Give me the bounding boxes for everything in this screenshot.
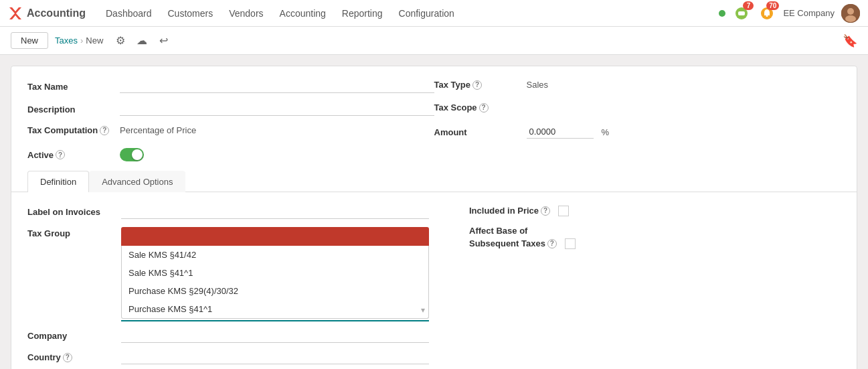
cloud-icon[interactable]: ☁ bbox=[134, 33, 150, 49]
brand-label: Accounting bbox=[27, 7, 86, 19]
amount-label: Amount bbox=[434, 127, 521, 137]
user-avatar[interactable] bbox=[841, 4, 860, 23]
country-field: Country ? bbox=[27, 351, 429, 364]
nav-reporting[interactable]: Reporting bbox=[335, 5, 389, 21]
tab-content-definition: Label on Invoices Tax Group Sale bbox=[27, 192, 841, 369]
breadcrumb-current: New bbox=[86, 35, 103, 46]
description-field: Description bbox=[27, 102, 434, 116]
top-nav: Accounting Dashboard Customers Vendors A… bbox=[0, 0, 868, 27]
breadcrumb-taxes[interactable]: Taxes bbox=[55, 35, 78, 46]
discard-icon[interactable]: ↩ bbox=[155, 33, 171, 49]
tax-type-help-icon[interactable]: ? bbox=[472, 80, 482, 90]
breadcrumb-separator: › bbox=[80, 35, 83, 46]
tax-computation-help-icon[interactable]: ? bbox=[100, 126, 109, 135]
tax-name-input[interactable] bbox=[120, 80, 434, 93]
dropdown-option-3[interactable]: Purchase KMS §41^1 bbox=[122, 300, 428, 318]
label-on-invoices-label: Label on Invoices bbox=[27, 206, 121, 217]
nav-links: Dashboard Customers Vendors Accounting R… bbox=[99, 5, 719, 21]
active-toggle[interactable] bbox=[120, 148, 144, 161]
tax-name-row: Tax Name Tax Type ? Sales bbox=[27, 80, 841, 93]
country-label: Country ? bbox=[27, 351, 121, 362]
alerts-button[interactable]: 70 bbox=[758, 4, 776, 23]
included-in-price-help-icon[interactable]: ? bbox=[541, 206, 550, 216]
amount-field: Amount % bbox=[434, 125, 841, 139]
company-name: EE Company bbox=[783, 8, 835, 18]
subsequent-taxes-help-icon[interactable]: ? bbox=[547, 239, 557, 248]
nav-right: 7 70 EE Company bbox=[719, 4, 860, 23]
tab-bar: Definition Advanced Options bbox=[11, 171, 857, 192]
subsequent-taxes-field: Subsequent Taxes ? bbox=[469, 238, 841, 249]
form-left-name: Tax Name bbox=[27, 80, 434, 93]
tax-group-field: Tax Group Sale KMS §41/42 Sale KMS §41^1… bbox=[27, 227, 429, 321]
tax-type-label: Tax Type ? bbox=[434, 80, 521, 90]
svg-marker-0 bbox=[9, 7, 21, 19]
tax-computation-row: Tax Computation ? Percentage of Price Am… bbox=[27, 125, 841, 139]
toggle-knob bbox=[132, 149, 143, 160]
form-right-scope: Tax Scope ? bbox=[434, 102, 841, 113]
description-label: Description bbox=[27, 104, 114, 115]
dropdown-option-0[interactable]: Sale KMS §41/42 bbox=[122, 246, 428, 264]
dropdown-option-2[interactable]: Purchase KMS §29(4)/30/32 bbox=[122, 282, 428, 300]
action-bar: New Taxes › New ⚙ ☁ ↩ 🔖 bbox=[0, 27, 868, 55]
tab-definition[interactable]: Definition bbox=[27, 171, 89, 192]
dropdown-options: Sale KMS §41/42 Sale KMS §41^1 Purchase … bbox=[121, 246, 429, 319]
active-help-icon[interactable]: ? bbox=[56, 150, 65, 159]
nav-configuration[interactable]: Configuration bbox=[392, 5, 461, 21]
nav-dashboard[interactable]: Dashboard bbox=[99, 5, 159, 21]
tax-group-dropdown[interactable]: Sale KMS §41/42 Sale KMS §41^1 Purchase … bbox=[121, 227, 429, 319]
definition-left: Label on Invoices Tax Group Sale bbox=[27, 206, 429, 369]
tab-content-row: Label on Invoices Tax Group Sale bbox=[27, 206, 841, 369]
new-button[interactable]: New bbox=[11, 32, 48, 49]
description-input[interactable] bbox=[120, 102, 434, 116]
alerts-badge: 70 bbox=[766, 1, 779, 10]
tax-computation-value[interactable]: Percentage of Price bbox=[120, 125, 196, 135]
affect-base-field: Affect Base of bbox=[469, 226, 841, 236]
nav-vendors[interactable]: Vendors bbox=[222, 5, 270, 21]
tab-advanced-options[interactable]: Advanced Options bbox=[89, 171, 185, 192]
affect-base-label: Affect Base of bbox=[469, 226, 527, 236]
svg-rect-4 bbox=[766, 15, 768, 17]
included-in-price-label: Included in Price ? bbox=[469, 206, 550, 216]
included-in-price-checkbox[interactable] bbox=[558, 206, 569, 216]
tax-type-field: Tax Type ? Sales bbox=[434, 80, 841, 90]
country-input[interactable] bbox=[121, 351, 429, 364]
definition-right: Included in Price ? Affect Base of Su bbox=[429, 206, 841, 369]
settings-icon[interactable]: ⚙ bbox=[112, 33, 128, 49]
brand: Accounting bbox=[8, 6, 86, 21]
main-content: Tax Name Tax Type ? Sales Description bbox=[0, 55, 868, 369]
subsequent-taxes-label: Subsequent Taxes ? bbox=[469, 238, 557, 248]
tax-scope-label: Tax Scope ? bbox=[434, 102, 521, 113]
company-input[interactable] bbox=[121, 329, 429, 343]
country-help-icon[interactable]: ? bbox=[63, 353, 72, 362]
label-on-invoices-input[interactable] bbox=[121, 206, 429, 219]
messages-badge: 7 bbox=[743, 1, 754, 10]
nav-customers[interactable]: Customers bbox=[161, 5, 220, 21]
form-right-type: Tax Type ? Sales bbox=[434, 80, 841, 90]
nav-accounting[interactable]: Accounting bbox=[273, 5, 333, 21]
action-icons: ⚙ ☁ ↩ bbox=[112, 33, 171, 49]
tax-group-value: Sale KMS §41/42 Sale KMS §41^1 Purchase … bbox=[121, 227, 429, 321]
amount-input[interactable] bbox=[527, 125, 594, 139]
bookmark-icon[interactable]: 🔖 bbox=[843, 33, 857, 48]
tax-name-field: Tax Name bbox=[27, 80, 434, 93]
company-label: Company bbox=[27, 329, 121, 341]
tax-scope-help-icon[interactable]: ? bbox=[479, 103, 489, 113]
tax-type-value[interactable]: Sales bbox=[527, 80, 549, 90]
status-indicator bbox=[719, 10, 725, 17]
active-row: Active ? bbox=[27, 148, 841, 161]
company-value bbox=[121, 329, 429, 343]
dropdown-selected[interactable] bbox=[121, 227, 429, 246]
form-card: Tax Name Tax Type ? Sales Description bbox=[11, 66, 857, 369]
amount-unit: % bbox=[602, 127, 610, 137]
tax-computation-label: Tax Computation ? bbox=[27, 125, 114, 135]
brand-logo bbox=[8, 6, 23, 21]
svg-point-7 bbox=[845, 15, 856, 22]
dropdown-option-1[interactable]: Sale KMS §41^1 bbox=[122, 264, 428, 282]
active-field: Active ? bbox=[27, 148, 841, 161]
subsequent-taxes-checkbox[interactable] bbox=[565, 238, 576, 249]
messages-button[interactable]: 7 bbox=[732, 4, 751, 23]
form-left-desc: Description bbox=[27, 102, 434, 116]
tax-scope-field: Tax Scope ? bbox=[434, 102, 841, 113]
toggle-track[interactable] bbox=[120, 148, 144, 161]
breadcrumb: Taxes › New bbox=[55, 35, 103, 46]
